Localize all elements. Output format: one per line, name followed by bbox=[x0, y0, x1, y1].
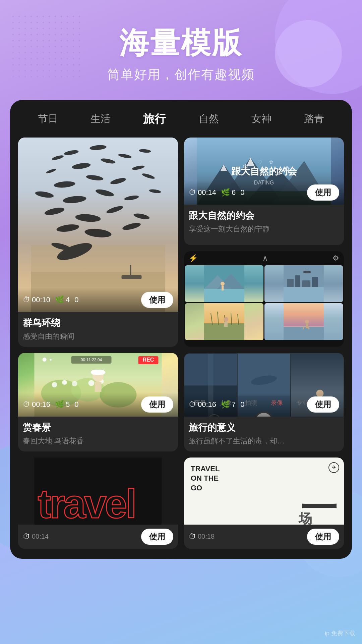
card1-duration: ⏱ 00:10 bbox=[23, 296, 50, 304]
travel-text-image: travel bbox=[18, 458, 178, 525]
svg-rect-98 bbox=[238, 354, 290, 396]
chang-character: 场 bbox=[299, 509, 312, 525]
collage-grid bbox=[184, 265, 344, 341]
collage-chevron-icon: ∧ bbox=[262, 254, 268, 263]
content-grid: ⏱ 00:10 🌿 4 0 使用 群鸟环绕 bbox=[18, 138, 344, 347]
airplane-icon: ✈ bbox=[328, 462, 339, 473]
card-collage: ⚡ ∧ ⚙ bbox=[184, 251, 344, 347]
svg-rect-46 bbox=[204, 289, 244, 302]
svg-point-15 bbox=[63, 195, 87, 204]
card4-use-button[interactable]: 使用 bbox=[307, 396, 339, 413]
main-card: 节日 生活 旅行 自然 女神 踏青 bbox=[10, 100, 352, 559]
card6-info-bar: ⏱ 00:18 使用 bbox=[184, 525, 344, 549]
card4-image: 夜景 人像 拍照 录像 专业 更多 ⚡ ⚙ bbox=[184, 353, 344, 417]
svg-point-16 bbox=[95, 188, 114, 198]
watermark: ip 免费下载 bbox=[325, 629, 355, 637]
tab-spring[interactable]: 踏青 bbox=[301, 111, 327, 127]
travel-svg: travel bbox=[18, 458, 178, 525]
card-spring: REC 00:11:22:04 ● ⏱ 00:16 bbox=[18, 353, 178, 451]
card2-use-button[interactable]: 使用 bbox=[307, 184, 339, 201]
card4-meta: ⏱ 00:16 🌿 7 0 bbox=[189, 400, 245, 409]
svg-point-57 bbox=[303, 271, 311, 273]
card1-use-button[interactable]: 使用 bbox=[141, 292, 173, 308]
svg-text:✿: ✿ bbox=[269, 159, 273, 165]
card6-duration: ⏱ 00:18 bbox=[189, 532, 215, 541]
card4-title: 旅行的意义 bbox=[189, 421, 339, 434]
svg-text:travel: travel bbox=[38, 481, 135, 525]
tab-holiday[interactable]: 节日 bbox=[35, 111, 61, 127]
collage-header: ⚡ ∧ ⚙ bbox=[184, 251, 344, 265]
card4-comments: 0 bbox=[240, 400, 244, 409]
svg-rect-52 bbox=[284, 287, 324, 302]
tab-nature[interactable]: 自然 bbox=[196, 111, 222, 127]
card1-meta: ⏱ 00:10 🌿 4 0 bbox=[23, 296, 79, 304]
svg-point-21 bbox=[106, 205, 124, 214]
tab-goddess[interactable]: 女神 bbox=[249, 111, 274, 127]
collage-lightning-icon: ⚡ bbox=[189, 254, 198, 263]
card4-text: 旅行的意义 旅行虽解不了生活的毒，却… bbox=[184, 417, 344, 451]
bottom-row: REC 00:11:22:04 ● ⏱ 00:16 bbox=[18, 353, 344, 451]
svg-point-18 bbox=[149, 189, 161, 194]
card1-info-bar: ⏱ 00:10 🌿 4 0 使用 bbox=[18, 288, 178, 312]
tog-image: TRAVELON THEGO ✈ 一 场 bbox=[184, 458, 344, 525]
svg-point-91 bbox=[43, 358, 47, 362]
svg-text:❄: ❄ bbox=[242, 163, 248, 171]
svg-text:00:11:22:04: 00:11:22:04 bbox=[81, 358, 102, 362]
card2-title: 跟大自然的约会 bbox=[189, 209, 339, 222]
card2-info-bar: ⏱ 00:14 🌿 6 0 使用 bbox=[184, 180, 344, 205]
svg-point-19 bbox=[44, 206, 65, 216]
svg-text:REC: REC bbox=[143, 357, 154, 363]
card2-desc: 享受这一刻大自然的宁静 bbox=[189, 224, 339, 234]
collage-cell-3 bbox=[185, 303, 263, 340]
tab-travel[interactable]: 旅行 bbox=[140, 110, 169, 128]
card2-duration: ⏱ 00:14 bbox=[189, 188, 216, 197]
card3-desc: 春回大地 鸟语花香 bbox=[23, 436, 173, 446]
card3-image: REC 00:11:22:04 ● ⏱ 00:16 bbox=[18, 353, 178, 417]
svg-point-79 bbox=[62, 380, 67, 385]
svg-point-3 bbox=[89, 145, 107, 151]
svg-text:●: ● bbox=[50, 357, 52, 362]
card-travel-text: travel ⏱ 00:14 使用 bbox=[18, 458, 178, 549]
svg-rect-86 bbox=[95, 382, 102, 392]
camera-grid bbox=[184, 353, 344, 396]
card5-meta: ⏱ 00:14 bbox=[23, 532, 49, 541]
svg-point-4 bbox=[118, 153, 132, 159]
svg-rect-85 bbox=[92, 370, 104, 375]
svg-rect-30 bbox=[130, 265, 131, 275]
svg-rect-53 bbox=[287, 279, 294, 287]
svg-rect-71 bbox=[306, 324, 308, 328]
svg-point-6 bbox=[46, 168, 57, 174]
card3-comments: 0 bbox=[74, 400, 78, 409]
svg-point-20 bbox=[75, 213, 101, 223]
svg-point-2 bbox=[64, 149, 79, 156]
card3-duration: ⏱ 00:16 bbox=[23, 400, 50, 409]
card1-likes: 🌿 4 bbox=[55, 296, 70, 304]
card5-info-bar: ⏱ 00:14 使用 bbox=[18, 525, 178, 549]
card3-use-button[interactable]: 使用 bbox=[141, 396, 173, 413]
card6-use-button[interactable]: 使用 bbox=[307, 529, 339, 545]
collage-cell-2 bbox=[264, 265, 343, 302]
tab-life[interactable]: 生活 bbox=[88, 111, 113, 127]
svg-point-1 bbox=[52, 154, 64, 161]
card2-text: 跟大自然的约会 享受这一刻大自然的宁静 bbox=[184, 205, 344, 239]
sub-title: 简单好用，创作有趣视频 bbox=[13, 66, 349, 83]
card3-title: 赏春景 bbox=[23, 421, 173, 434]
travel-on-go-text: TRAVELON THEGO bbox=[191, 464, 220, 493]
card4-duration: ⏱ 00:16 bbox=[189, 400, 216, 409]
svg-rect-50 bbox=[222, 286, 224, 290]
svg-point-8 bbox=[101, 157, 116, 164]
card5-use-button[interactable]: 使用 bbox=[141, 529, 173, 545]
card3-likes: 🌿 5 bbox=[55, 400, 70, 409]
svg-point-24 bbox=[84, 228, 112, 238]
svg-point-23 bbox=[56, 223, 79, 233]
svg-rect-56 bbox=[312, 277, 318, 287]
svg-text:♡: ♡ bbox=[257, 160, 262, 165]
svg-point-5 bbox=[139, 149, 151, 153]
svg-point-14 bbox=[35, 190, 54, 199]
svg-rect-29 bbox=[122, 275, 142, 279]
svg-point-70 bbox=[305, 320, 309, 324]
card-birds: ⏱ 00:10 🌿 4 0 使用 群鸟环绕 bbox=[18, 138, 178, 347]
card2-image: 跟大自然的约会 DATING ❄ ✿ ♡ ✿ ⏱ 00:14 bbox=[184, 138, 344, 205]
card5-duration: ⏱ 00:14 bbox=[23, 532, 49, 541]
svg-line-73 bbox=[308, 326, 309, 329]
